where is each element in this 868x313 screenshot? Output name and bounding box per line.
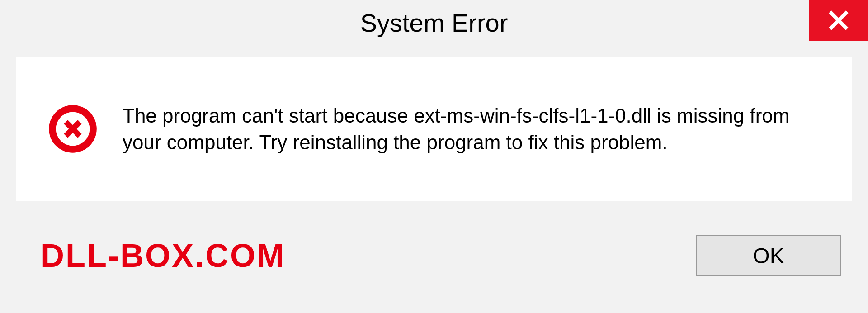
- bottom-row: DLL-BOX.COM OK: [0, 210, 868, 301]
- dialog-content: The program can't start because ext-ms-w…: [16, 57, 852, 201]
- close-icon: [828, 9, 849, 31]
- dialog-message: The program can't start because ext-ms-w…: [123, 102, 820, 156]
- dialog-title: System Error: [360, 8, 508, 38]
- close-button[interactable]: [809, 0, 868, 41]
- error-icon: [48, 104, 98, 154]
- titlebar: System Error: [0, 0, 868, 45]
- ok-button[interactable]: OK: [696, 235, 841, 276]
- watermark-text: DLL-BOX.COM: [41, 237, 285, 274]
